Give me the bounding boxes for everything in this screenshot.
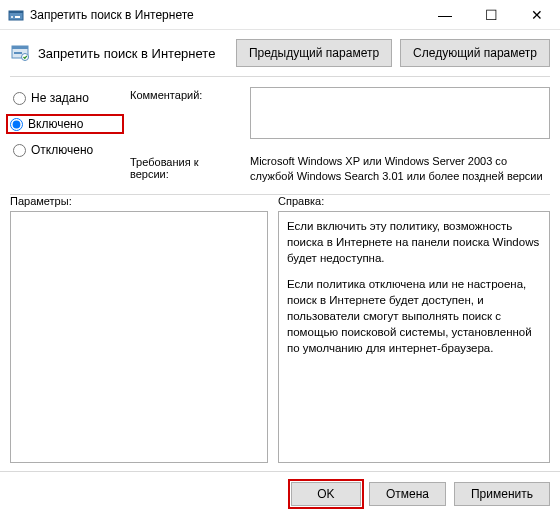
svg-rect-5 bbox=[12, 46, 28, 49]
titlebar: Запретить поиск в Интернете — ☐ ✕ bbox=[0, 0, 560, 30]
help-paragraph: Если включить эту политику, возможность … bbox=[287, 218, 541, 266]
radio-enabled-label: Включено bbox=[28, 117, 83, 131]
cancel-button[interactable]: Отмена bbox=[369, 482, 446, 506]
config-section: Не задано Включено Отключено Комментарий… bbox=[0, 77, 560, 194]
comment-row: Комментарий: bbox=[130, 87, 550, 142]
radio-not-configured[interactable]: Не задано bbox=[10, 89, 120, 107]
apply-button[interactable]: Применить bbox=[454, 482, 550, 506]
radio-enabled-input[interactable] bbox=[10, 118, 23, 131]
svg-point-7 bbox=[22, 54, 29, 61]
radio-disabled[interactable]: Отключено bbox=[10, 141, 120, 159]
requirements-text: Microsoft Windows XP или Windows Server … bbox=[250, 154, 550, 184]
radio-not-configured-input[interactable] bbox=[13, 92, 26, 105]
help-panel: Справка: Если включить эту политику, воз… bbox=[278, 195, 550, 463]
fields-column: Комментарий: Требования к версии: Micros… bbox=[130, 87, 550, 184]
previous-setting-button[interactable]: Предыдущий параметр bbox=[236, 39, 392, 67]
footer: OK Отмена Применить bbox=[0, 471, 560, 517]
svg-rect-1 bbox=[9, 11, 23, 13]
requirements-label: Требования к версии: bbox=[130, 154, 240, 180]
requirements-row: Требования к версии: Microsoft Windows X… bbox=[130, 154, 550, 184]
window-title: Запретить поиск в Интернете bbox=[30, 8, 422, 22]
help-label: Справка: bbox=[278, 195, 550, 207]
radio-enabled[interactable]: Включено bbox=[6, 114, 124, 134]
parameters-label: Параметры: bbox=[10, 195, 268, 207]
header-row: Запретить поиск в Интернете Предыдущий п… bbox=[0, 30, 560, 76]
help-box: Если включить эту политику, возможность … bbox=[278, 211, 550, 463]
help-paragraph: Если политика отключена или не настроена… bbox=[287, 276, 541, 356]
svg-rect-6 bbox=[14, 52, 22, 54]
window-icon bbox=[8, 7, 24, 23]
radio-disabled-label: Отключено bbox=[31, 143, 93, 157]
parameters-box bbox=[10, 211, 268, 463]
policy-icon bbox=[10, 43, 30, 63]
radio-disabled-input[interactable] bbox=[13, 144, 26, 157]
comment-field[interactable] bbox=[250, 87, 550, 139]
radio-group: Не задано Включено Отключено bbox=[10, 87, 120, 184]
parameters-panel: Параметры: bbox=[10, 195, 268, 463]
next-setting-button[interactable]: Следующий параметр bbox=[400, 39, 550, 67]
svg-rect-3 bbox=[15, 16, 20, 18]
close-button[interactable]: ✕ bbox=[514, 0, 560, 30]
lower-section: Параметры: Справка: Если включить эту по… bbox=[0, 195, 560, 463]
comment-label: Комментарий: bbox=[130, 87, 240, 101]
radio-not-configured-label: Не задано bbox=[31, 91, 89, 105]
ok-button[interactable]: OK bbox=[291, 482, 361, 506]
minimize-button[interactable]: — bbox=[422, 0, 468, 30]
maximize-button[interactable]: ☐ bbox=[468, 0, 514, 30]
policy-title: Запретить поиск в Интернете bbox=[38, 46, 228, 61]
svg-point-2 bbox=[11, 16, 13, 18]
